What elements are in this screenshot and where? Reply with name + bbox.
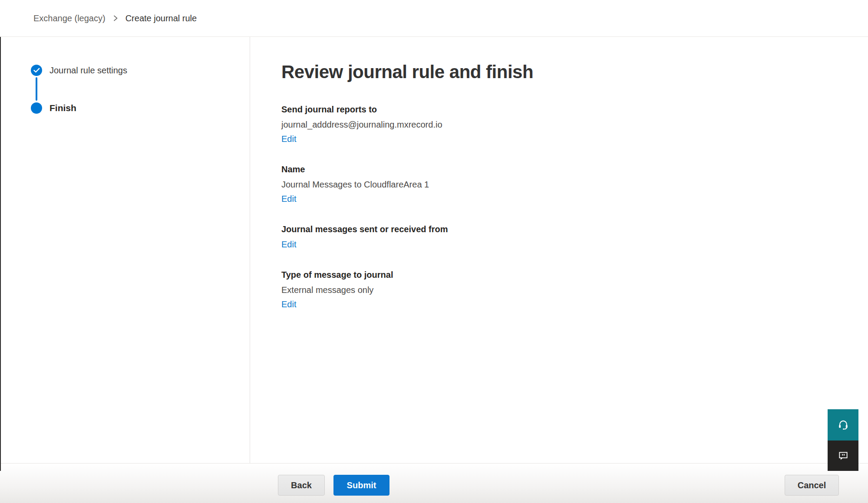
breadcrumb: Exchange (legacy) Create journal rule (0, 0, 868, 37)
feedback-chat-icon (838, 450, 849, 461)
wizard-steps-sidebar: Journal rule settings Finish (0, 37, 250, 463)
edit-send-journal-reports-link[interactable]: Edit (281, 134, 296, 144)
review-panel: Review journal rule and finish Send jour… (250, 37, 868, 463)
field-value: Journal Messages to CloudflareArea 1 (281, 179, 842, 190)
field-journal-messages-sent-or-received: Journal messages sent or received from E… (281, 224, 842, 250)
wizard-body: Journal rule settings Finish Review jour… (0, 37, 868, 463)
edit-scope-link[interactable]: Edit (281, 239, 296, 250)
wizard-steps: Journal rule settings Finish (31, 65, 250, 114)
field-type-of-message-to-journal: Type of message to journal External mess… (281, 270, 842, 309)
wizard-step-finish[interactable]: Finish (31, 102, 250, 114)
wizard-step-journal-rule-settings[interactable]: Journal rule settings (31, 65, 250, 76)
field-label: Type of message to journal (281, 270, 842, 280)
field-send-journal-reports-to: Send journal reports to journal_adddress… (281, 104, 842, 144)
field-label: Name (281, 164, 842, 174)
wizard-step-label: Finish (50, 102, 76, 114)
edit-message-type-link[interactable]: Edit (281, 299, 296, 309)
field-label: Journal messages sent or received from (281, 224, 842, 234)
breadcrumb-current-page: Create journal rule (125, 13, 197, 23)
field-value: journal_adddress@journaling.mxrecord.io (281, 119, 842, 130)
back-button[interactable]: Back (278, 475, 325, 496)
exchange-create-journal-rule-page: Exchange (legacy) Create journal rule Jo… (0, 0, 868, 503)
chevron-right-icon (112, 14, 119, 22)
field-value: External messages only (281, 285, 842, 295)
step-current-dot-icon (31, 102, 42, 114)
feedback-button[interactable] (828, 441, 858, 471)
wizard-footer: Back Submit Cancel (0, 463, 868, 503)
edit-name-link[interactable]: Edit (281, 194, 296, 204)
step-completed-check-icon (31, 65, 42, 76)
headset-icon (837, 419, 849, 431)
breadcrumb-link-exchange-legacy[interactable]: Exchange (legacy) (33, 13, 106, 23)
help-button[interactable] (828, 409, 858, 441)
field-label: Send journal reports to (281, 104, 842, 115)
left-edge-bar (0, 37, 1, 471)
cancel-button[interactable]: Cancel (785, 475, 839, 496)
wizard-step-label: Journal rule settings (50, 65, 127, 76)
submit-button[interactable]: Submit (333, 475, 389, 496)
page-title: Review journal rule and finish (281, 62, 842, 82)
field-name: Name Journal Messages to CloudflareArea … (281, 164, 842, 204)
step-connector-line (36, 77, 37, 101)
